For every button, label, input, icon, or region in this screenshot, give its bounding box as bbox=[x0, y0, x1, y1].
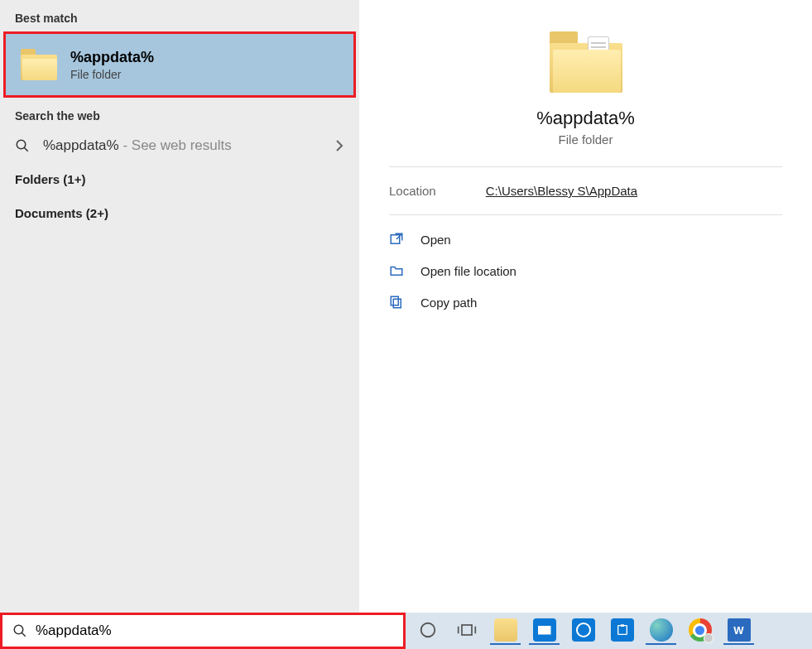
best-match-heading: Best match bbox=[0, 0, 359, 31]
search-web-heading: Search the web bbox=[0, 98, 359, 129]
task-view-button[interactable] bbox=[451, 617, 482, 645]
svg-line-7 bbox=[22, 632, 26, 637]
folders-category[interactable]: Folders (1+) bbox=[0, 162, 359, 196]
location-label: Location bbox=[389, 184, 436, 198]
svg-rect-9 bbox=[462, 625, 472, 635]
preview-panel: %appdata% File folder Location C:\Users\… bbox=[359, 0, 812, 613]
open-file-location-action[interactable]: Open file location bbox=[382, 255, 789, 286]
mail-taskbar[interactable] bbox=[529, 617, 560, 645]
word-taskbar[interactable]: W bbox=[723, 617, 754, 645]
folder-location-icon bbox=[389, 263, 409, 278]
search-results-panel: Best match %appdata% File folder Search … bbox=[0, 0, 359, 613]
search-box[interactable] bbox=[0, 613, 406, 649]
search-icon bbox=[15, 138, 31, 153]
web-result-appdata[interactable]: %appdata% - See web results bbox=[0, 129, 359, 162]
svg-rect-5 bbox=[391, 296, 398, 305]
svg-rect-4 bbox=[393, 299, 401, 308]
folder-icon bbox=[550, 31, 622, 93]
svg-point-8 bbox=[420, 623, 435, 637]
svg-rect-13 bbox=[621, 624, 624, 627]
svg-rect-12 bbox=[617, 626, 627, 635]
copy-path-action[interactable]: Copy path bbox=[382, 286, 789, 318]
location-path-link[interactable]: C:\Users\Blessy S\AppData bbox=[486, 184, 637, 198]
copy-path-label: Copy path bbox=[420, 296, 477, 310]
best-match-title: %appdata% bbox=[70, 49, 154, 66]
web-result-text: %appdata% - See web results bbox=[43, 137, 334, 154]
svg-line-1 bbox=[24, 147, 28, 151]
open-file-location-label: Open file location bbox=[420, 264, 517, 278]
file-explorer-taskbar[interactable] bbox=[490, 617, 521, 645]
open-label: Open bbox=[420, 233, 451, 247]
search-input[interactable] bbox=[36, 623, 393, 639]
dell-taskbar[interactable] bbox=[568, 617, 598, 645]
svg-point-6 bbox=[14, 625, 23, 634]
preview-title: %appdata% bbox=[536, 108, 635, 129]
best-match-subtitle: File folder bbox=[70, 68, 154, 81]
best-match-result-appdata[interactable]: %appdata% File folder bbox=[3, 31, 356, 98]
cortana-button[interactable] bbox=[412, 617, 443, 645]
preview-subtitle: File folder bbox=[559, 132, 613, 147]
svg-rect-2 bbox=[391, 235, 400, 244]
edge-taskbar[interactable] bbox=[646, 617, 676, 645]
chevron-right-icon bbox=[334, 139, 344, 152]
copy-icon bbox=[389, 295, 409, 310]
open-icon bbox=[389, 232, 409, 247]
open-action[interactable]: Open bbox=[382, 224, 789, 255]
svg-point-0 bbox=[17, 140, 26, 149]
search-icon bbox=[12, 623, 27, 638]
office-taskbar[interactable] bbox=[607, 617, 637, 645]
documents-category[interactable]: Documents (2+) bbox=[0, 196, 359, 230]
taskbar: W bbox=[406, 613, 812, 649]
folder-icon bbox=[21, 49, 57, 80]
chrome-taskbar[interactable] bbox=[685, 617, 715, 645]
